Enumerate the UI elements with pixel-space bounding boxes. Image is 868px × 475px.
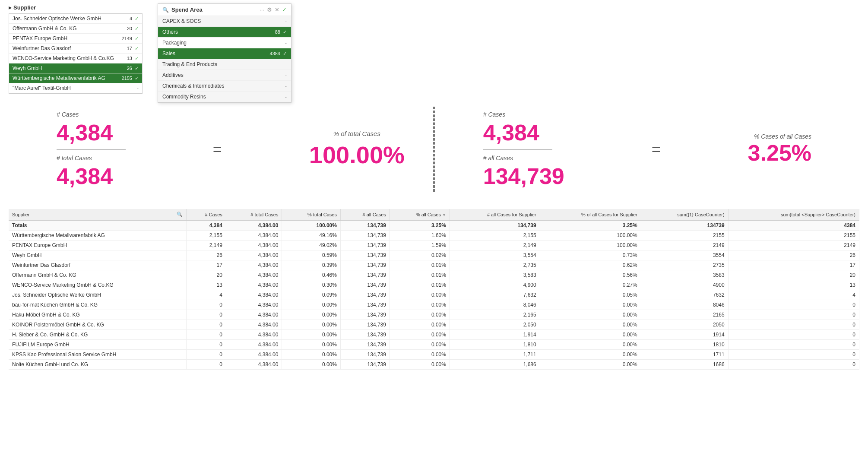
supplier-name: PENTAX Europe GmbH bbox=[13, 35, 122, 41]
row-all-cases: 134,739 bbox=[340, 280, 390, 290]
supplier-title-label: Supplier bbox=[13, 4, 36, 11]
row-sum1: 2149 bbox=[641, 241, 728, 250]
row-total-cases: 4,384.00 bbox=[226, 320, 282, 330]
more-options-icon[interactable]: ··· bbox=[260, 6, 264, 13]
col-total-cases[interactable]: # total Cases bbox=[226, 209, 282, 220]
totals-pct-supplier: 3.25% bbox=[540, 220, 641, 231]
row-total-cases: 4,384.00 bbox=[226, 360, 282, 370]
row-all-cases: 134,739 bbox=[340, 360, 390, 370]
row-pct-supplier: 0.62% bbox=[540, 260, 641, 270]
supplier-list-item[interactable]: "Marc Aurel" Textil-GmbH - bbox=[9, 83, 142, 93]
spend-area-list-item[interactable]: Additives - bbox=[158, 70, 291, 81]
supplier-list-item[interactable]: Weyh GmbH 26 ✓ bbox=[9, 63, 142, 73]
supplier-check: ✓ bbox=[135, 66, 139, 71]
supplier-check: ✓ bbox=[135, 56, 139, 61]
spend-area-count: 4384 bbox=[270, 51, 280, 56]
row-pct-total: 0.09% bbox=[282, 290, 340, 300]
table-row: Jos. Schneider Optische Werke GmbH 4 4,3… bbox=[9, 290, 859, 300]
spend-area-dash: - bbox=[285, 62, 287, 67]
spend-area-list-item[interactable]: Packaging - bbox=[158, 38, 291, 48]
supplier-list-item[interactable]: PENTAX Europe GmbH 2149 ✓ bbox=[9, 34, 142, 44]
spend-area-list-item[interactable]: Sales 4384 ✓ bbox=[158, 48, 291, 59]
row-sum-total: 26 bbox=[728, 250, 859, 260]
supplier-count: 2155 bbox=[122, 76, 132, 81]
row-cases: 0 bbox=[187, 320, 226, 330]
spend-area-list-item[interactable]: Chemicals & Intermediates - bbox=[158, 81, 291, 92]
row-cases: 20 bbox=[187, 270, 226, 280]
row-supplier: Weyh GmbH bbox=[9, 250, 187, 260]
row-total-cases: 4,384.00 bbox=[226, 270, 282, 280]
supplier-list-item[interactable]: Offermann GmbH & Co. KG 20 ✓ bbox=[9, 24, 142, 34]
row-sum-total: 4 bbox=[728, 290, 859, 300]
spend-area-check: ✓ bbox=[283, 29, 287, 35]
supplier-list-item[interactable]: Weinfurtner Das Glasdorf 17 ✓ bbox=[9, 44, 142, 54]
supplier-list-item[interactable]: Jos. Schneider Optische Werke GmbH 4 ✓ bbox=[9, 14, 142, 24]
row-pct-total: 0.39% bbox=[282, 260, 340, 270]
row-sum-total: 0 bbox=[728, 310, 859, 320]
percent-total-group: % of total Cases 100.00% bbox=[309, 130, 405, 169]
row-supplier: FUJIFILM Europe GmbH bbox=[9, 340, 187, 350]
spend-area-name: Chemicals & Intermediates bbox=[162, 83, 285, 89]
search-table-icon[interactable]: 🔍 bbox=[177, 212, 183, 217]
supplier-list: Jos. Schneider Optische Werke GmbH 4 ✓Of… bbox=[9, 13, 143, 94]
row-all-cases: 134,739 bbox=[340, 241, 390, 250]
spend-area-panel: 🔍 Spend Area ··· ⚙ ✕ ✓ CAPEX & SOCS -Oth… bbox=[158, 3, 291, 103]
table-row: Weyh GmbH 26 4,384.00 0.59% 134,739 0.02… bbox=[9, 250, 859, 260]
supplier-check: ✓ bbox=[135, 16, 139, 22]
row-total-cases: 4,384.00 bbox=[226, 280, 282, 290]
row-pct-total: 0.46% bbox=[282, 270, 340, 280]
row-sum-total: 0 bbox=[728, 300, 859, 310]
row-sum1: 3554 bbox=[641, 250, 728, 260]
col-pct-total-cases[interactable]: % total Cases bbox=[282, 209, 340, 220]
row-supplier: Offermann GmbH & Co. KG bbox=[9, 270, 187, 280]
totals-total-cases: 4,384.00 bbox=[226, 220, 282, 231]
table-row: Nolte Küchen GmbH und Co. KG 0 4,384.00 … bbox=[9, 360, 859, 370]
row-sum1: 3583 bbox=[641, 270, 728, 280]
settings-icon[interactable]: ⚙ bbox=[267, 6, 272, 13]
col-supplier[interactable]: Supplier 🔍 bbox=[9, 209, 187, 220]
row-sum1: 1810 bbox=[641, 340, 728, 350]
supplier-list-item[interactable]: WENCO-Service Marketing GmbH & Co.KG 13 … bbox=[9, 54, 142, 63]
row-cases: 4 bbox=[187, 290, 226, 300]
row-cases: 2,155 bbox=[187, 231, 226, 241]
row-sum1: 1686 bbox=[641, 360, 728, 370]
row-all-cases: 134,739 bbox=[340, 310, 390, 320]
row-sum1: 2050 bbox=[641, 320, 728, 330]
spend-area-list-item[interactable]: Trading & End Products - bbox=[158, 59, 291, 70]
row-all-supplier: 8,046 bbox=[450, 300, 540, 310]
spend-area-list-item[interactable]: Others 88 ✓ bbox=[158, 27, 291, 38]
spend-area-dash: - bbox=[285, 83, 287, 89]
row-total-cases: 4,384.00 bbox=[226, 260, 282, 270]
all-cases-value-r: 4,384 bbox=[483, 121, 539, 144]
row-pct-supplier: 0.56% bbox=[540, 270, 641, 280]
col-sum1[interactable]: sum({1} CaseCounter) bbox=[641, 209, 728, 220]
row-sum-total: 0 bbox=[728, 340, 859, 350]
spend-area-list-item[interactable]: Commodity Resins - bbox=[158, 92, 291, 102]
totals-all-supplier: 134,739 bbox=[450, 220, 540, 231]
supplier-name: WENCO-Service Marketing GmbH & Co.KG bbox=[13, 55, 127, 61]
spend-area-list-item[interactable]: CAPEX & SOCS - bbox=[158, 16, 291, 27]
col-pct-all-supplier[interactable]: % of all Cases for Supplier bbox=[540, 209, 641, 220]
col-cases[interactable]: # Cases bbox=[187, 209, 226, 220]
row-pct-total: 0.00% bbox=[282, 320, 340, 330]
row-total-cases: 4,384.00 bbox=[226, 250, 282, 260]
percent-all-group: % Cases of all Cases 3.25% bbox=[748, 133, 811, 166]
row-all-supplier: 2,165 bbox=[450, 310, 540, 320]
supplier-count: 2149 bbox=[122, 36, 132, 41]
supplier-list-item[interactable]: Württembergische Metallwarenfabrik AG 21… bbox=[9, 73, 142, 83]
col-pct-all-cases[interactable]: % all Cases ▼ bbox=[390, 209, 450, 220]
row-pct-all: 0.00% bbox=[390, 330, 450, 340]
row-pct-supplier: 0.05% bbox=[540, 290, 641, 300]
row-sum1: 1914 bbox=[641, 330, 728, 340]
row-cases: 0 bbox=[187, 350, 226, 360]
table-row: Offermann GmbH & Co. KG 20 4,384.00 0.46… bbox=[9, 270, 859, 280]
col-all-cases-supplier[interactable]: # all Cases for Supplier bbox=[450, 209, 540, 220]
row-total-cases: 4,384.00 bbox=[226, 330, 282, 340]
col-sum-total[interactable]: sum(total <Supplier> CaseCounter) bbox=[728, 209, 859, 220]
close-icon[interactable]: ✕ bbox=[275, 6, 279, 13]
col-all-cases[interactable]: # all Cases bbox=[340, 209, 390, 220]
row-pct-all: 1.59% bbox=[390, 241, 450, 250]
confirm-icon[interactable]: ✓ bbox=[282, 6, 287, 13]
row-all-cases: 134,739 bbox=[340, 350, 390, 360]
row-sum-total: 13 bbox=[728, 280, 859, 290]
